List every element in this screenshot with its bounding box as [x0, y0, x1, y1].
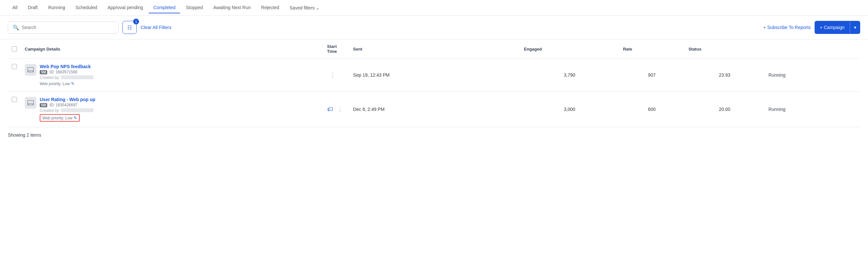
row2-priority-highlighted: Web priority: Low ✎ [40, 114, 80, 121]
tab-scheduled[interactable]: Scheduled [71, 2, 101, 13]
table-row: User Rating - Web pop up SM ID: 16354266… [8, 92, 860, 127]
filter-button[interactable]: 1 ☷ [122, 21, 137, 34]
row2-select-cell [8, 92, 21, 127]
subscribe-to-reports-button[interactable]: + Subscribe To Reports [763, 25, 811, 30]
row2-sent: 3,000 [520, 92, 619, 127]
row2-campaign-id: SM ID: 1635426697 [40, 103, 95, 107]
saved-filters-dropdown[interactable]: Saved filters ⌄ [285, 3, 324, 13]
status-header: Status [685, 39, 765, 59]
campaign-button-label[interactable]: + Campaign [815, 22, 850, 33]
start-time-header: Start Time [323, 39, 349, 59]
row2-details-cell: User Rating - Web pop up SM ID: 16354266… [21, 92, 323, 127]
row1-campaign-name[interactable]: Web Pop NPS feedback [40, 64, 93, 69]
row1-created-blur [61, 75, 93, 79]
tab-stopped[interactable]: Stopped [181, 2, 207, 13]
row2-campaign-icon [25, 97, 36, 109]
row1-priority: Web priority: Low ✎ [40, 81, 93, 86]
row1-campaign-icon [25, 64, 36, 76]
sent-header: Sent [349, 39, 520, 59]
tab-completed[interactable]: Completed [149, 2, 180, 13]
campaign-button[interactable]: + Campaign ▾ [815, 21, 860, 34]
toolbar-right: + Subscribe To Reports + Campaign ▾ [763, 21, 860, 34]
svg-rect-5 [29, 104, 33, 105]
search-box[interactable]: 🔍 [8, 22, 119, 34]
filter-badge: 1 [133, 19, 139, 24]
row1-start-time: Sep 19, 12:43 PM [349, 59, 520, 92]
table-row: Web Pop NPS feedback SM ID: 1663571590 C… [8, 59, 860, 92]
row1-campaign-id: SM ID: 1663571590 [40, 70, 93, 74]
row2-tag-icon[interactable]: 🏷 [327, 106, 333, 113]
row2-created-by: Created by: [40, 108, 95, 113]
row1-created-by: Created by: [40, 75, 93, 80]
table-header-row: Campaign Details Start Time Sent Engaged… [8, 39, 860, 59]
filter-icon: ☷ [127, 24, 132, 31]
toolbar: 🔍 1 ☷ Clear All Filters + Subscribe To R… [0, 16, 868, 39]
row1-id-text: ID: 1663571590 [50, 70, 77, 74]
engaged-header: Engaged [520, 39, 619, 59]
select-all-checkbox[interactable] [12, 46, 17, 52]
tab-running[interactable]: Running [43, 2, 70, 13]
svg-rect-4 [28, 101, 33, 103]
row1-details: Web Pop NPS feedback SM ID: 1663571590 C… [25, 64, 319, 86]
row2-engaged: 600 [619, 92, 684, 127]
tab-all[interactable]: All [8, 2, 22, 13]
row1-more-button[interactable]: ⋮ [327, 71, 338, 80]
row2-checkbox[interactable] [12, 97, 17, 102]
saved-filters-label: Saved filters [289, 5, 314, 10]
select-all-header [8, 39, 21, 59]
row1-badge: SM [40, 70, 47, 74]
row2-status: Running [765, 92, 860, 127]
row1-details-text: Web Pop NPS feedback SM ID: 1663571590 C… [40, 64, 93, 86]
chevron-down-icon: ⌄ [316, 5, 320, 10]
tab-rejected[interactable]: Rejected [256, 2, 284, 13]
row2-campaign-name[interactable]: User Rating - Web pop up [40, 97, 95, 102]
row2-badge: SM [40, 103, 47, 107]
row1-priority-text: Web priority: Low [40, 82, 70, 86]
row1-edit-icon[interactable]: ✎ [71, 81, 74, 86]
row1-status: Running [765, 59, 860, 92]
campaign-details-header: Campaign Details [21, 39, 323, 59]
tab-awaiting-next-run[interactable]: Awaiting Next Run [209, 2, 255, 13]
row1-details-cell: Web Pop NPS feedback SM ID: 1663571590 C… [21, 59, 323, 92]
row1-more-cell: ⋮ [323, 59, 349, 92]
chevron-down-icon: ▾ [854, 25, 856, 30]
row2-details: User Rating - Web pop up SM ID: 16354266… [25, 97, 319, 121]
rate-header: Rate [619, 39, 684, 59]
row2-details-text: User Rating - Web pop up SM ID: 16354266… [40, 97, 95, 121]
campaign-button-arrow[interactable]: ▾ [850, 22, 860, 33]
row1-select-cell [8, 59, 21, 92]
tab-bar: All Draft Running Scheduled Approval pen… [0, 0, 868, 16]
tab-draft[interactable]: Draft [24, 2, 42, 13]
row2-priority: Web priority: Low ✎ [40, 114, 95, 121]
row2-edit-icon[interactable]: ✎ [73, 115, 77, 120]
campaigns-table: Campaign Details Start Time Sent Engaged… [8, 39, 860, 127]
search-icon: 🔍 [13, 24, 19, 31]
row1-rate: 23.93 [685, 59, 765, 92]
row2-priority-text: Web priority: Low [42, 116, 72, 120]
clear-all-filters-button[interactable]: Clear All Filters [141, 25, 171, 30]
row2-id-text: ID: 1635426697 [50, 103, 77, 107]
campaigns-table-container: Campaign Details Start Time Sent Engaged… [0, 39, 868, 127]
svg-rect-2 [29, 71, 33, 72]
row2-start-time: Dec 6, 2:49 PM [349, 92, 520, 127]
row1-engaged: 907 [619, 59, 684, 92]
row1-checkbox[interactable] [12, 64, 17, 69]
showing-count: Showing 2 items [0, 127, 868, 143]
row1-sent: 3,790 [520, 59, 619, 92]
search-input[interactable] [22, 25, 114, 30]
row2-rate: 20.00 [685, 92, 765, 127]
row2-created-blur [61, 108, 93, 112]
row2-more-button[interactable]: ⋮ [334, 104, 345, 114]
tab-approval-pending[interactable]: Approval pending [103, 2, 148, 13]
svg-rect-1 [28, 68, 33, 71]
row2-actions-cell: 🏷 ⋮ [323, 92, 349, 127]
